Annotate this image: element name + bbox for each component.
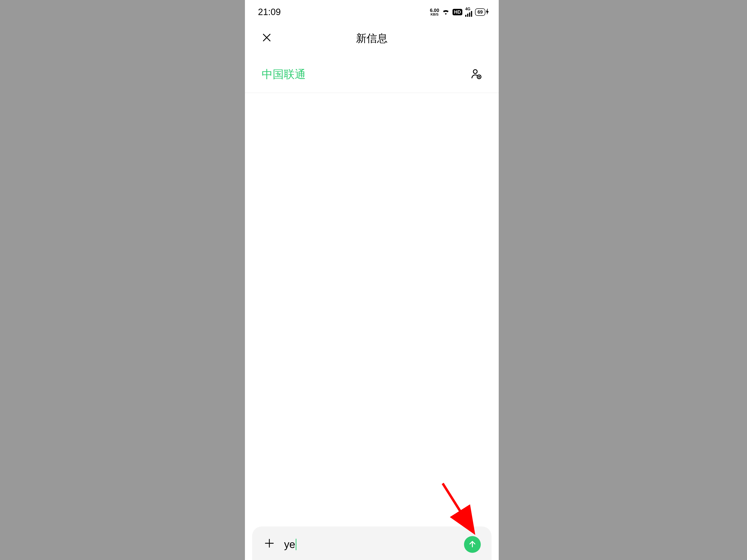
phone-screen: 21:09 6.00 KB/S HD 4G 69 xyxy=(245,0,499,560)
status-icons-group: 6.00 KB/S HD 4G 69 xyxy=(430,7,489,17)
page-title: 新信息 xyxy=(356,31,388,46)
recipient-chip[interactable]: 中国联通 xyxy=(262,67,306,82)
hd-badge: HD xyxy=(453,9,462,15)
network-speed-indicator: 6.00 KB/S xyxy=(430,8,439,16)
signal-bars-icon xyxy=(465,11,472,17)
close-icon xyxy=(262,31,272,45)
svg-point-0 xyxy=(473,70,477,74)
charging-icon xyxy=(486,7,489,17)
network-type: 4G xyxy=(465,7,470,11)
cellular-indicator: 4G xyxy=(465,7,472,17)
message-composer: ye xyxy=(252,527,492,560)
message-input-value: ye xyxy=(284,538,295,551)
add-contact-button[interactable] xyxy=(470,68,482,81)
message-input[interactable]: ye xyxy=(284,538,459,551)
status-time: 21:09 xyxy=(258,7,281,17)
status-bar: 21:09 6.00 KB/S HD 4G 69 xyxy=(245,0,499,24)
add-contact-icon xyxy=(470,76,482,80)
speed-unit: KB/S xyxy=(431,13,438,16)
battery-indicator: 69 xyxy=(475,7,489,17)
recipient-row: 中国联通 xyxy=(245,60,499,93)
send-button[interactable] xyxy=(464,536,481,553)
speed-value: 6.00 xyxy=(430,8,439,13)
nav-bar: 新信息 xyxy=(245,24,499,53)
wifi-icon xyxy=(442,7,449,17)
plus-icon xyxy=(264,538,275,551)
battery-level: 69 xyxy=(475,8,485,16)
text-cursor xyxy=(296,539,297,550)
send-arrow-up-icon xyxy=(468,540,477,549)
close-button[interactable] xyxy=(262,31,272,46)
attach-button[interactable] xyxy=(259,537,279,551)
